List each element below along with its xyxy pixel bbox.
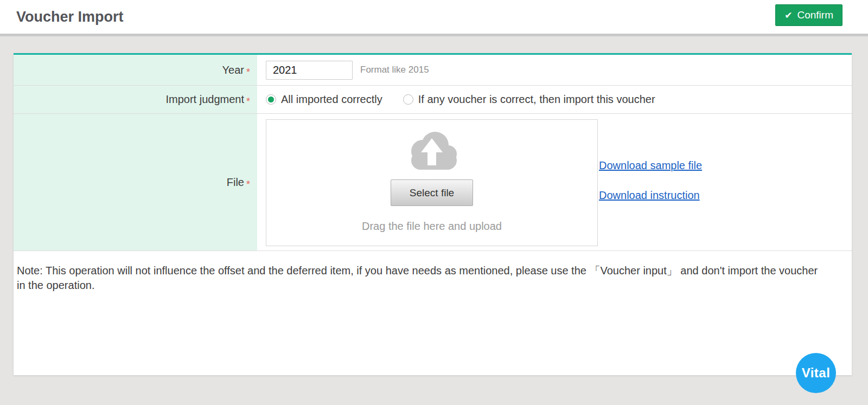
check-icon: ✔ bbox=[784, 10, 792, 21]
download-sample-link[interactable]: Download sample file bbox=[599, 159, 702, 172]
import-judgment-radio-group: All imported correctly If any voucher is… bbox=[266, 93, 655, 106]
vital-logo[interactable]: Vital bbox=[796, 353, 836, 393]
radio-selected-icon[interactable] bbox=[266, 94, 276, 105]
year-label-cell: Year * bbox=[14, 55, 257, 85]
cloud-upload-icon bbox=[405, 128, 459, 171]
confirm-button[interactable]: ✔ Confirm bbox=[775, 4, 843, 26]
file-label: File bbox=[227, 176, 244, 189]
file-label-cell: File * bbox=[14, 114, 257, 250]
radio-option-label: All imported correctly bbox=[281, 93, 382, 106]
page-title: Voucher Import bbox=[16, 9, 124, 25]
form-card: Year * Format like 2015 Import judgment … bbox=[14, 53, 852, 375]
radio-option-label: If any voucher is correct, then import t… bbox=[418, 93, 655, 106]
vital-logo-text: Vital bbox=[802, 365, 831, 381]
year-label: Year bbox=[222, 64, 244, 76]
year-content-cell: Format like 2015 bbox=[257, 55, 852, 85]
required-asterisk: * bbox=[246, 67, 250, 78]
import-judgment-label: Import judgment bbox=[165, 93, 244, 106]
file-content-cell: Select file Drag the file here and uploa… bbox=[257, 114, 852, 250]
header: Voucher Import ✔ Confirm bbox=[0, 0, 868, 34]
radio-option-all-imported[interactable]: All imported correctly bbox=[266, 93, 382, 106]
header-divider bbox=[0, 34, 868, 36]
year-format-hint: Format like 2015 bbox=[360, 65, 429, 75]
confirm-button-label: Confirm bbox=[797, 9, 833, 21]
select-file-button[interactable]: Select file bbox=[391, 179, 473, 206]
upload-dropzone[interactable]: Select file Drag the file here and uploa… bbox=[266, 119, 598, 246]
voucher-import-page: Voucher Import ✔ Confirm Year * Format l… bbox=[0, 0, 868, 405]
download-links: Download sample file Download instructio… bbox=[599, 159, 702, 202]
required-asterisk: * bbox=[246, 179, 250, 190]
import-judgment-label-cell: Import judgment * bbox=[14, 86, 257, 113]
year-row: Year * Format like 2015 bbox=[14, 55, 852, 86]
required-asterisk: * bbox=[246, 96, 250, 107]
radio-unselected-icon[interactable] bbox=[403, 94, 413, 105]
note-area: Note: This operation will not influence … bbox=[14, 251, 852, 293]
note-text: Note: This operation will not influence … bbox=[17, 263, 822, 293]
year-input[interactable] bbox=[266, 61, 353, 80]
file-row: File * Select file Drag the bbox=[14, 114, 852, 251]
download-instruction-link[interactable]: Download instruction bbox=[599, 189, 702, 202]
import-judgment-content-cell: All imported correctly If any voucher is… bbox=[257, 86, 852, 113]
import-judgment-row: Import judgment * All imported correctly… bbox=[14, 86, 852, 114]
radio-option-any-correct[interactable]: If any voucher is correct, then import t… bbox=[403, 93, 655, 106]
drag-hint: Drag the file here and upload bbox=[362, 220, 502, 233]
